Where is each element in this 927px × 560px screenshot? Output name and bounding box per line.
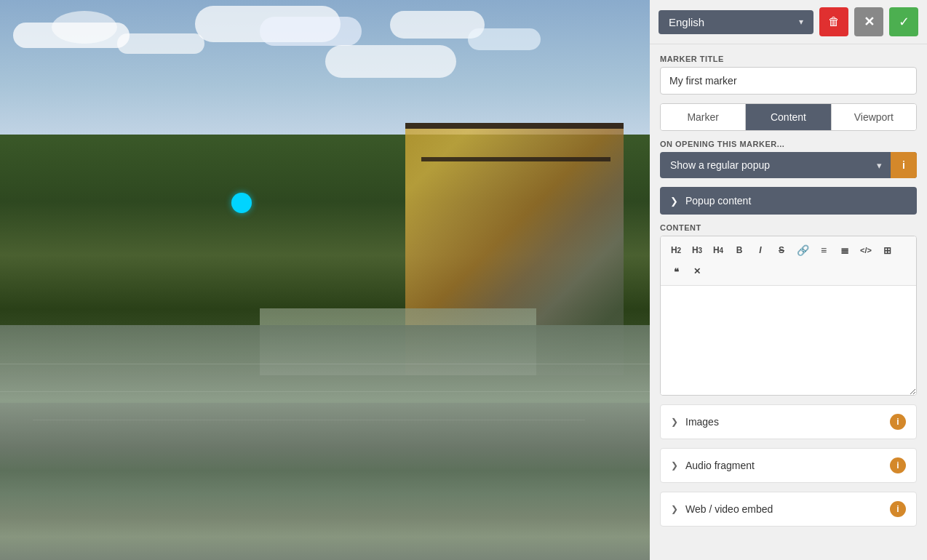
trash-icon: 🗑: [828, 15, 840, 28]
info-icon[interactable]: i: [891, 152, 917, 178]
bullet-list-button[interactable]: ≡: [814, 241, 833, 260]
cloud: [117, 33, 204, 54]
video-section[interactable]: ❯ Web / video embed i: [660, 492, 917, 527]
delete-button[interactable]: 🗑: [819, 7, 848, 36]
tabs: Marker Content Viewport: [660, 103, 917, 131]
map-marker[interactable]: [231, 193, 252, 213]
water-reflection: [33, 420, 585, 420]
chevron-right-icon: ❯: [671, 460, 678, 471]
embed-button[interactable]: ⊞: [878, 241, 896, 260]
cloud: [468, 28, 541, 50]
rich-text-editor[interactable]: H2 H3 H4 B I S 🔗 ≡ ≣ </> ⊞ ❝ ✕: [660, 236, 917, 396]
tab-viewport[interactable]: Viewport: [832, 104, 916, 130]
right-panel: English ▾ 🗑 ✕ ✓ MARKER TITLE Marker Cont…: [650, 0, 927, 560]
popup-type-label: Show a regular popup: [660, 152, 868, 178]
cloud: [325, 45, 456, 78]
close-icon: ✕: [864, 14, 875, 30]
video-info-icon[interactable]: i: [890, 501, 906, 517]
info-label: i: [902, 159, 905, 171]
temple-roof: [405, 123, 624, 129]
content-label: CONTENT: [660, 223, 917, 232]
save-button[interactable]: ✓: [889, 7, 918, 36]
marker-title-label: MARKER TITLE: [660, 55, 917, 63]
clear-format-button[interactable]: ✕: [688, 262, 707, 281]
popup-content-toggle[interactable]: ❯ Popup content: [660, 187, 917, 215]
images-section[interactable]: ❯ Images i: [660, 404, 917, 439]
editor-body[interactable]: [661, 286, 916, 395]
water-reflection: [0, 391, 650, 392]
chevron-down-icon: ▾: [799, 17, 803, 27]
water-reflection: [0, 364, 650, 364]
on-opening-label: ON OPENING THIS MARKER...: [660, 140, 917, 148]
chevron-right-icon: ❯: [671, 504, 678, 514]
chevron-down-icon: ▾: [868, 153, 891, 178]
audio-section[interactable]: ❯ Audio fragment i: [660, 448, 917, 483]
strikethrough-button[interactable]: S: [772, 241, 791, 260]
cloud: [260, 17, 362, 46]
language-dropdown[interactable]: English ▾: [659, 10, 813, 34]
tab-marker[interactable]: Marker: [661, 104, 746, 130]
tab-content[interactable]: Content: [746, 104, 831, 130]
chevron-right-icon: ❯: [671, 417, 678, 427]
language-label: English: [669, 16, 704, 28]
code-button[interactable]: </>: [856, 241, 875, 260]
content-editor-section: CONTENT H2 H3 H4 B I S 🔗 ≡ ≣ </> ⊞ ❝ ✕: [660, 223, 917, 396]
italic-button[interactable]: I: [751, 241, 770, 260]
marker-title-field: MARKER TITLE: [660, 55, 917, 95]
ordered-list-button[interactable]: ≣: [835, 241, 854, 260]
images-label: Images: [685, 416, 719, 428]
on-opening-section: ON OPENING THIS MARKER... Show a regular…: [660, 140, 917, 178]
chevron-right-icon: ❯: [670, 196, 678, 207]
popup-type-dropdown[interactable]: Show a regular popup ▾ i: [660, 152, 917, 178]
h3-button[interactable]: H3: [688, 241, 707, 260]
marker-title-input[interactable]: [660, 67, 917, 95]
map-area[interactable]: [0, 0, 650, 560]
panel-content: MARKER TITLE Marker Content Viewport ON …: [650, 44, 927, 560]
video-label: Web / video embed: [685, 503, 773, 515]
h4-button[interactable]: H4: [709, 241, 728, 260]
editor-toolbar: H2 H3 H4 B I S 🔗 ≡ ≣ </> ⊞ ❝ ✕: [661, 236, 916, 286]
link-button[interactable]: 🔗: [793, 241, 812, 260]
blockquote-button[interactable]: ❝: [667, 262, 685, 281]
temple-roof-2: [421, 157, 610, 161]
top-bar: English ▾ 🗑 ✕ ✓: [650, 0, 927, 44]
check-icon: ✓: [899, 14, 910, 30]
audio-info-icon[interactable]: i: [890, 457, 906, 473]
bold-button[interactable]: B: [730, 241, 749, 260]
audio-label: Audio fragment: [685, 460, 755, 471]
popup-content-label: Popup content: [685, 195, 751, 207]
lake-water: [0, 325, 650, 560]
h2-button[interactable]: H2: [667, 241, 685, 260]
images-info-icon[interactable]: i: [890, 414, 906, 430]
cancel-button[interactable]: ✕: [854, 7, 883, 36]
